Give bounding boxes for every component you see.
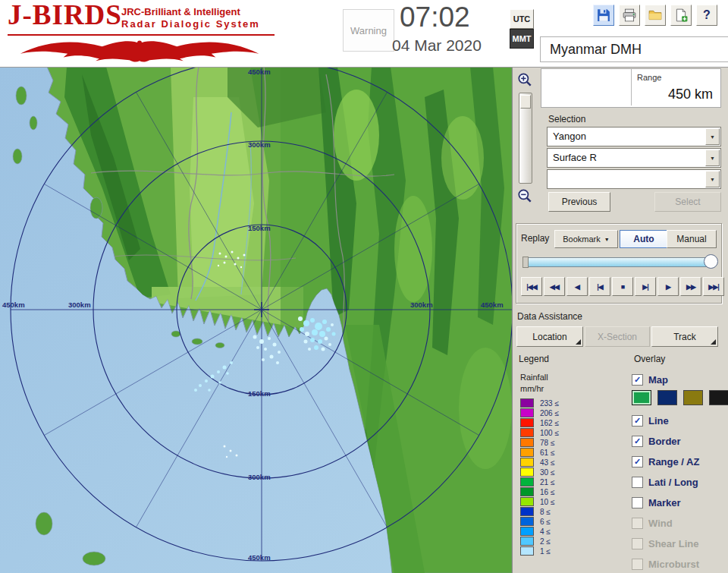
range-ring-label: 300km [248, 473, 271, 481]
legend-color-swatch [520, 546, 534, 556]
checkbox[interactable]: ✓ [632, 436, 643, 447]
legend-item: 162 ≤ [520, 419, 620, 427]
range-ring-label: 300km [68, 301, 91, 309]
stop-button[interactable]: ■ [612, 277, 633, 296]
mmt-button[interactable]: MMT [510, 29, 534, 49]
checkbox[interactable]: ✓ [632, 415, 643, 427]
tagline-line2: Radar Dialogic System [121, 18, 260, 30]
playback-controls: |◀◀ ◀◀ ◀ |◀ ■ ▶| ▶ ▶▶ ▶▶| [521, 277, 724, 296]
overlay-item-border[interactable]: ✓ Border [632, 435, 681, 447]
print-icon [623, 8, 636, 22]
control-panel: Range 450 km Selection Yangon ▼ Surface … [512, 67, 728, 573]
overlay-item-marker[interactable]: Marker [632, 496, 681, 508]
bookmark-button-label: Bookmark [563, 235, 601, 244]
map-color-swatch[interactable] [683, 390, 703, 405]
skip-end-button[interactable]: ▶▶| [703, 277, 724, 296]
overlay-item-shear-line: Shear Line [632, 537, 698, 549]
selection-label: Selection [548, 114, 585, 124]
play-button[interactable]: ▶ [657, 277, 679, 296]
zoom-slider[interactable] [519, 93, 532, 184]
legend-color-swatch [520, 418, 534, 427]
fast-rewind-button[interactable]: ◀◀ [544, 277, 565, 296]
replay-timeline-slider[interactable] [522, 257, 715, 267]
legend-item: 100 ≤ [520, 429, 620, 436]
location-button[interactable]: Location [516, 326, 583, 347]
replay-label: Replay [521, 233, 549, 244]
legend-item: 4 ≤ [520, 527, 620, 535]
step-forward-button[interactable]: ▶| [635, 277, 656, 296]
checkbox [632, 518, 643, 529]
zoom-slider-thumb[interactable] [520, 95, 531, 109]
header: J-BIRDS JRC-Brilliant & Intelligent Rada… [0, 0, 728, 68]
play-reverse-button[interactable]: ◀ [566, 277, 588, 296]
checkbox[interactable] [632, 477, 643, 488]
checkbox[interactable]: ✓ [632, 374, 643, 386]
replay-manual-tab[interactable]: Manual [667, 230, 717, 248]
export-button[interactable] [670, 5, 692, 26]
checkbox[interactable] [632, 497, 643, 508]
chevron-down-icon: ▼ [710, 156, 715, 161]
save-button[interactable] [593, 5, 614, 26]
check-icon: ✓ [634, 458, 641, 466]
replay-auto-tab[interactable]: Auto [620, 230, 668, 248]
option-dropdown[interactable]: ▼ [547, 169, 721, 189]
overlay-item-range-az[interactable]: ✓ Range / AZ [632, 455, 699, 468]
legend-item: 43 ≤ [520, 458, 620, 466]
dropdown-arrow-button[interactable]: ▼ [705, 171, 720, 187]
legend-color-swatch [520, 537, 534, 546]
radar-map[interactable]: 450km 300km 150km 150km 300km 450km 450k… [0, 67, 512, 573]
map-color-swatch[interactable] [709, 390, 728, 405]
utc-button[interactable]: UTC [510, 9, 534, 29]
warning-indicator[interactable]: Warning [343, 9, 394, 52]
fast-forward-button[interactable]: ▶▶ [680, 277, 701, 296]
map-color-swatch[interactable] [657, 390, 677, 405]
map-color-swatch[interactable] [632, 390, 651, 405]
legend-item: 61 ≤ [520, 449, 620, 456]
zoom-out-button[interactable] [516, 187, 534, 205]
dropdown-arrow-button[interactable]: ▼ [705, 150, 720, 166]
legend-color-swatch [520, 487, 534, 496]
overlay-item-map[interactable]: ✓ Map [632, 373, 668, 386]
legend-label: Legend [519, 354, 549, 364]
slider-start-cap [522, 257, 529, 268]
legend-item: 8 ≤ [520, 508, 620, 515]
bookmark-button[interactable]: Bookmark ▼ [554, 230, 618, 248]
print-button[interactable] [619, 5, 640, 26]
x-section-button[interactable]: X-Section [585, 326, 650, 347]
track-button[interactable]: Track [651, 326, 718, 347]
range-ring-label: 450km [248, 553, 271, 562]
replay-slider-thumb[interactable] [704, 254, 718, 269]
overlay-item-line[interactable]: ✓ Line [632, 414, 669, 427]
legend-item: 233 ≤ [520, 399, 620, 407]
skip-start-button[interactable]: |◀◀ [521, 277, 542, 296]
location-button-label: Location [532, 332, 566, 342]
zoom-in-icon [516, 71, 533, 88]
select-button[interactable]: Select [654, 192, 721, 212]
help-button[interactable]: ? [696, 5, 717, 26]
range-ring-label: 150km [248, 389, 271, 398]
folder-icon [648, 8, 662, 22]
dropdown-arrow-button[interactable]: ▼ [705, 128, 720, 145]
checkbox[interactable]: ✓ [632, 456, 643, 468]
open-folder-button[interactable] [645, 5, 666, 26]
station-name: Myanmar DMH [540, 36, 728, 62]
submenu-corner-icon [711, 339, 716, 345]
legend-color-swatch [520, 398, 534, 408]
chevron-down-icon: ▼ [710, 177, 715, 182]
zoom-in-button[interactable] [516, 71, 534, 89]
legend-color-swatch [520, 438, 534, 447]
previous-button[interactable]: Previous [548, 192, 610, 212]
overlay-item-lati-long[interactable]: Lati / Long [632, 476, 698, 488]
range-display: Range 450 km [541, 68, 721, 108]
product-dropdown-value: Surface R [553, 152, 597, 163]
replay-group: Replay Bookmark ▼ Auto Manual |◀◀ ◀◀ ◀ |… [516, 223, 722, 304]
map-canvas: 450km 300km 150km 150km 300km 450km 450k… [0, 67, 512, 573]
product-dropdown[interactable]: Surface R ▼ [547, 148, 721, 168]
legend-item: 1 ≤ [520, 547, 620, 555]
range-ring-label: 300km [410, 301, 433, 309]
step-back-button[interactable]: |◀ [589, 277, 610, 296]
clock-time: 07:02 [400, 2, 470, 33]
clock-date: 04 Mar 2020 [392, 36, 482, 55]
checkbox [632, 538, 643, 549]
site-dropdown[interactable]: Yangon ▼ [547, 127, 721, 146]
